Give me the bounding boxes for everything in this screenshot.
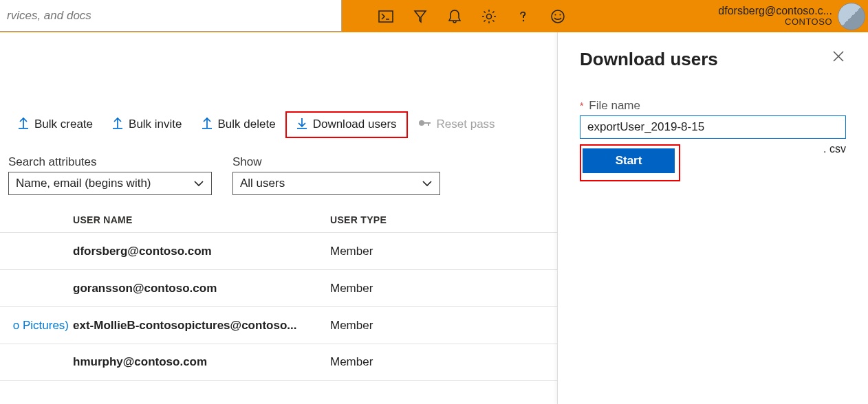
reset-password-label: Reset pass (437, 117, 495, 131)
top-bar: dforsberg@contoso.c... CONTOSO (0, 0, 868, 32)
file-name-input[interactable] (580, 115, 846, 139)
chevron-down-icon (422, 177, 433, 190)
column-header-username[interactable]: USER NAME (73, 214, 330, 225)
search-attributes-value: Name, email (begins with) (16, 177, 151, 190)
download-users-button[interactable]: Download users (285, 111, 408, 138)
row-username: dforsberg@contoso.com (73, 245, 316, 258)
settings-icon[interactable] (472, 0, 506, 32)
table-row[interactable]: o Pictures)ext-MollieB-contosopictures@c… (0, 306, 557, 344)
bulk-delete-button[interactable]: Bulk delete (192, 113, 285, 137)
svg-point-3 (523, 19, 524, 21)
upload-icon (112, 117, 123, 133)
row-username: ext-MollieB-contosopictures@contoso... (73, 319, 316, 333)
help-icon[interactable] (506, 0, 541, 32)
file-name-label-row: * File name (580, 99, 846, 113)
bulk-create-label: Bulk create (34, 117, 93, 131)
chevron-down-icon (193, 177, 204, 190)
bulk-delete-label: Bulk delete (218, 117, 276, 131)
row-username: goransson@contoso.com (73, 282, 316, 295)
svg-rect-0 (379, 11, 393, 22)
show-label: Show (232, 155, 440, 169)
bulk-invite-button[interactable]: Bulk invite (102, 113, 191, 137)
search-attributes-label: Search attributes (8, 155, 212, 169)
avatar[interactable] (838, 3, 865, 30)
command-bar: Bulk create Bulk invite Bulk delete (0, 110, 557, 139)
account-area[interactable]: dforsberg@contoso.c... CONTOSO (718, 0, 868, 32)
download-icon (296, 117, 307, 133)
row-usertype: Member (330, 245, 468, 258)
upload-icon (202, 117, 213, 133)
cloud-shell-icon[interactable] (369, 0, 403, 32)
row-username: hmurphy@contoso.com (73, 355, 316, 369)
user-email: dforsberg@contoso.c... (718, 5, 832, 17)
column-header-usertype[interactable]: USER TYPE (330, 214, 468, 225)
row-usertype: Member (330, 282, 468, 295)
download-users-panel: Download users * File name . csv Start (557, 32, 868, 404)
reset-password-button: Reset pass (408, 113, 505, 137)
search-attributes-select[interactable]: Name, email (begins with) (8, 172, 212, 195)
global-search-input[interactable] (6, 8, 336, 23)
bulk-invite-label: Bulk invite (129, 117, 182, 131)
feedback-icon[interactable] (541, 0, 575, 32)
table-row[interactable]: hmurphy@contoso.comMember (0, 344, 557, 381)
row-usertype: Member (330, 319, 468, 333)
row-prefix: o Pictures) (0, 319, 73, 333)
global-search-box[interactable] (0, 0, 342, 32)
file-name-label: File name (589, 99, 640, 112)
svg-point-2 (487, 14, 492, 19)
show-select[interactable]: All users (232, 172, 440, 195)
show-value: All users (240, 177, 285, 190)
svg-point-15 (419, 120, 424, 126)
notifications-icon[interactable] (437, 0, 472, 32)
download-users-label: Download users (313, 117, 397, 131)
row-usertype: Member (330, 355, 468, 369)
bulk-create-button[interactable]: Bulk create (8, 113, 102, 137)
table-row[interactable]: goransson@contoso.comMember (0, 269, 557, 306)
start-button[interactable]: Start (583, 148, 675, 173)
svg-point-4 (552, 10, 564, 23)
table-row[interactable]: dforsberg@contoso.comMember (0, 232, 557, 269)
key-icon (417, 117, 431, 133)
user-tenant: CONTOSO (718, 17, 832, 27)
required-star: * (580, 100, 583, 111)
close-icon[interactable] (831, 49, 846, 66)
svg-point-5 (554, 14, 556, 15)
panel-title: Download users (580, 49, 718, 70)
svg-rect-16 (424, 122, 431, 124)
svg-rect-17 (428, 122, 429, 126)
users-table: USER NAME USER TYPE dforsberg@contoso.co… (0, 207, 557, 381)
svg-point-6 (559, 14, 561, 15)
start-highlight: Start (580, 144, 680, 181)
filter-icon[interactable] (403, 0, 437, 32)
upload-icon (18, 117, 29, 133)
